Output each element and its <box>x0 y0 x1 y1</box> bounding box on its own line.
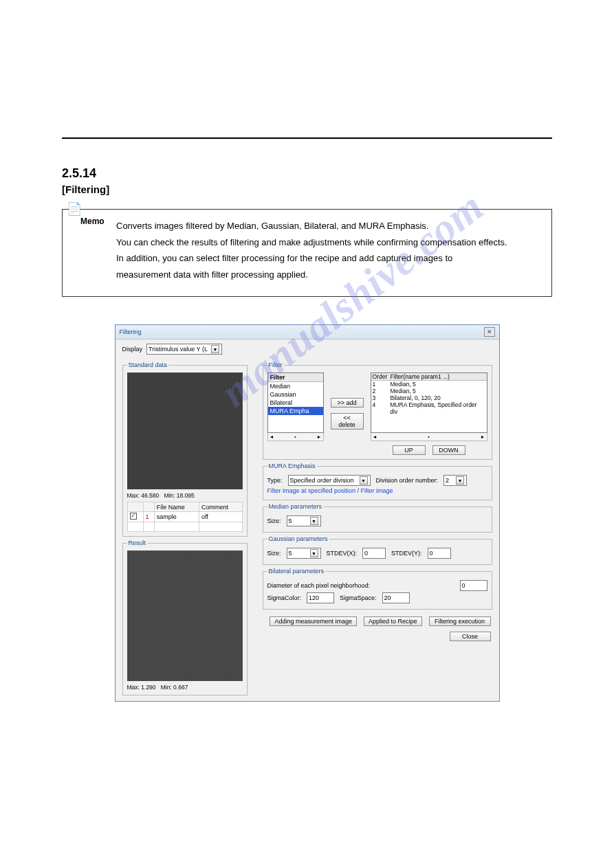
filter-queue[interactable]: Order Filter(name param1 ...) 1Median, 5… <box>371 372 487 433</box>
bi-sigmacolor-input[interactable] <box>307 592 334 603</box>
chevron-down-icon[interactable]: ▼ <box>456 476 464 485</box>
chevron-down-icon[interactable]: ▼ <box>360 476 368 485</box>
table-header-row: File Name Comment <box>127 502 242 512</box>
bilateral-group: Bilateral parameters Diameter of each pi… <box>263 568 492 610</box>
max-label: Max: <box>127 684 140 691</box>
memo-line: Converts images filtered by Median, Gaus… <box>116 219 539 233</box>
display-select[interactable]: Tristimulus value Y (L ▼ <box>146 344 222 355</box>
col-filename: File Name <box>154 502 199 512</box>
bi-diameter-input[interactable] <box>460 580 487 591</box>
max-value: 1.290 <box>141 684 155 691</box>
mura-group: MURA Emphasis Type: Specified order divi… <box>263 463 492 500</box>
standard-data-legend: Standard data <box>127 361 169 368</box>
scroll-right-icon[interactable]: ► <box>481 434 485 439</box>
filter-option-gaussian[interactable]: Gaussian <box>268 390 323 399</box>
mura-legend: MURA Emphasis <box>267 463 317 469</box>
queue-row[interactable]: 3Bilateral, 0, 120, 20 <box>371 394 487 401</box>
gaussian-legend: Gaussian parameters <box>267 535 329 542</box>
mura-link[interactable]: Filter image at specified position / Fil… <box>267 487 487 494</box>
queue-col-name: Filter(name param1 ...) <box>391 373 450 380</box>
max-value: 46.580 <box>141 492 159 499</box>
gauss-size-value: 5 <box>289 550 292 557</box>
queue-order: 2 <box>373 388 391 394</box>
min-label: Min: <box>164 492 175 499</box>
scroll-thumb[interactable]: ▪ <box>294 434 296 439</box>
close-button[interactable]: Close <box>450 632 491 641</box>
mura-order-value: 2 <box>446 477 449 484</box>
queue-header: Order Filter(name param1 ...) <box>371 373 487 381</box>
down-button[interactable]: DOWN <box>432 445 465 455</box>
filter-group: Filter Filter Median Gaussian Bilateral … <box>263 361 492 460</box>
memo-line: You can check the results of filtering a… <box>116 236 539 249</box>
table-row[interactable]: 1 sample off <box>127 512 242 522</box>
filtering-dialog: Filtering ✕ Display Tristimulus value Y … <box>115 324 500 702</box>
filter-list-header: Filter <box>268 373 323 382</box>
col-comment: Comment <box>199 502 242 512</box>
gauss-stdx-input[interactable] <box>362 548 386 559</box>
queue-text: Median, 5 <box>391 381 416 388</box>
filter-option-median[interactable]: Median <box>268 382 323 390</box>
queue-col-order: Order <box>373 373 391 380</box>
scroll-left-icon[interactable]: ◄ <box>373 434 377 439</box>
queue-scrollbar[interactable]: ◄ ▪ ► <box>371 433 487 441</box>
queue-row[interactable]: 4MURA Emphasis, Specified order div <box>371 401 487 415</box>
bilateral-legend: Bilateral parameters <box>267 568 326 575</box>
row-checkbox[interactable] <box>130 513 137 520</box>
chevron-down-icon[interactable]: ▼ <box>310 517 318 525</box>
queue-text: Median, 5 <box>391 388 416 394</box>
memo-box: 📄 Memo Converts images filtered by Media… <box>62 209 552 297</box>
delete-filter-button[interactable]: << delete <box>331 413 364 430</box>
max-label: Max: <box>127 492 140 499</box>
queue-order: 1 <box>373 381 391 388</box>
memo-line: In addition, you can select filter proce… <box>116 252 539 265</box>
add-measurement-button[interactable]: Adding measurement image <box>270 616 357 626</box>
col-idx <box>143 502 154 512</box>
mura-type-select[interactable]: Specified order division ▼ <box>288 475 371 486</box>
gauss-stdy-label: STDEV(Y): <box>391 550 422 557</box>
mura-order-select[interactable]: 2 ▼ <box>443 475 467 486</box>
bi-sigmaspace-input[interactable] <box>382 592 410 603</box>
bi-sigmacolor-label: SigmaColor: <box>267 594 302 601</box>
chevron-down-icon[interactable]: ▼ <box>211 345 219 353</box>
queue-row[interactable]: 1Median, 5 <box>371 381 487 388</box>
median-legend: Median parameters <box>267 503 324 510</box>
close-icon[interactable]: ✕ <box>484 327 495 337</box>
section-number: 2.5.14 <box>62 166 552 181</box>
gauss-stdy-input[interactable] <box>428 548 451 559</box>
min-value: 18.095 <box>177 492 195 499</box>
section-title: [Filtering] <box>62 183 552 195</box>
up-button[interactable]: UP <box>393 445 426 455</box>
min-label: Min: <box>161 684 172 691</box>
scroll-right-icon[interactable]: ► <box>317 434 322 439</box>
median-size-select[interactable]: 5 ▼ <box>287 515 321 526</box>
scroll-thumb[interactable]: ▪ <box>428 434 429 439</box>
display-label: Display <box>122 346 143 353</box>
result-stats: Max: 1.290 Min: 0.667 <box>127 684 243 691</box>
min-value: 0.667 <box>173 684 188 691</box>
filter-option-bilateral[interactable]: Bilateral <box>268 399 323 407</box>
row-filename: sample <box>154 512 199 522</box>
row-index: 1 <box>143 512 154 522</box>
page-rule <box>62 137 552 139</box>
filter-legend: Filter <box>267 361 284 368</box>
chevron-down-icon[interactable]: ▼ <box>310 549 318 557</box>
apply-recipe-button[interactable]: Applied to Recipe <box>364 616 422 626</box>
gauss-size-select[interactable]: 5 ▼ <box>287 548 321 559</box>
add-filter-button[interactable]: >> add <box>331 398 364 408</box>
gaussian-group: Gaussian parameters Size: 5 ▼ STDEV(X): … <box>263 535 492 565</box>
filter-option-mura[interactable]: MURA Empha <box>268 407 323 415</box>
gauss-stdx-label: STDEV(X): <box>327 550 358 557</box>
queue-order: 4 <box>373 401 391 415</box>
standard-data-group: Standard data Max: 46.580 Min: 18.095 <box>122 361 248 537</box>
filter-scrollbar[interactable]: ◄ ▪ ► <box>267 433 324 441</box>
mura-order-label: Division order number: <box>376 477 439 484</box>
scroll-left-icon[interactable]: ◄ <box>270 434 274 439</box>
filtering-execution-button[interactable]: Filtering execution <box>429 616 491 626</box>
title-bar[interactable]: Filtering ✕ <box>116 325 499 340</box>
memo-icon: 📄 <box>67 200 82 219</box>
median-size-value: 5 <box>289 518 292 524</box>
standard-stats: Max: 46.580 Min: 18.095 <box>127 492 243 499</box>
table-row[interactable] <box>127 522 242 532</box>
filter-available-list[interactable]: Filter Median Gaussian Bilateral MURA Em… <box>267 372 324 433</box>
queue-row[interactable]: 2Median, 5 <box>371 388 487 394</box>
